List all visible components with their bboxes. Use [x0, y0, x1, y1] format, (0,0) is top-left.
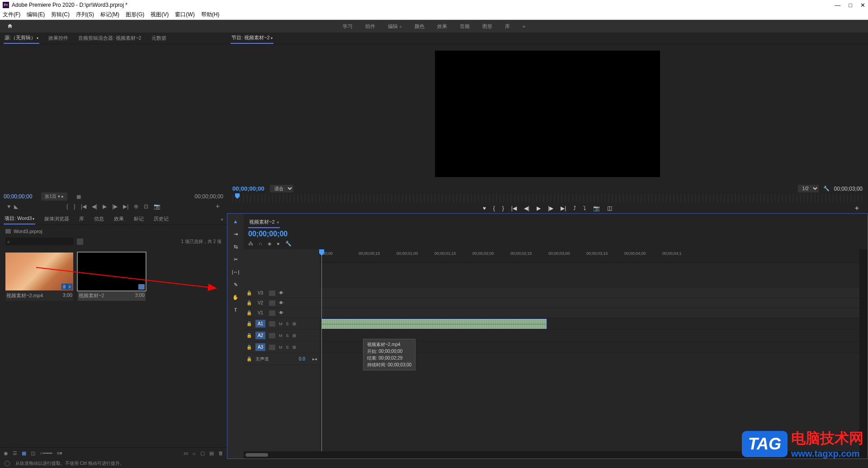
- mark-out-icon[interactable]: }: [502, 205, 504, 211]
- fit-select[interactable]: 适合: [270, 185, 293, 192]
- writable-icon[interactable]: ◉: [4, 450, 8, 456]
- go-out-icon[interactable]: ▶|: [561, 205, 566, 211]
- go-out-icon[interactable]: ▶|: [123, 203, 128, 210]
- new-bin-icon[interactable]: ▢: [200, 450, 205, 456]
- lock-icon[interactable]: 🔒: [246, 310, 252, 315]
- eye-icon[interactable]: 👁: [279, 300, 283, 305]
- filter-icon[interactable]: [77, 239, 83, 245]
- lift-icon[interactable]: ⤴: [573, 205, 576, 211]
- go-in-icon[interactable]: |◀: [81, 203, 86, 210]
- insert-icon[interactable]: ⊕: [134, 203, 138, 210]
- tab-effects[interactable]: 效果: [113, 214, 125, 224]
- lock-icon[interactable]: 🔒: [246, 290, 252, 295]
- tab-markers[interactable]: 标记: [133, 214, 145, 224]
- marker-icon[interactable]: ♥: [7, 203, 10, 210]
- go-in-icon[interactable]: |◀: [511, 205, 517, 211]
- lock-icon[interactable]: 🔒: [246, 356, 252, 361]
- source-tc-left[interactable]: 00;00;00;00: [4, 193, 32, 200]
- toggle-output-icon[interactable]: [269, 300, 275, 306]
- quality-select[interactable]: 1/2: [798, 185, 819, 192]
- lock-icon[interactable]: 🔒: [246, 345, 252, 350]
- solo-button[interactable]: S: [286, 333, 289, 338]
- hand-tool-icon[interactable]: ✋: [231, 293, 240, 301]
- wrench-icon[interactable]: 🔧: [823, 186, 830, 192]
- tab-metadata[interactable]: 元数据: [151, 33, 167, 43]
- menu-file[interactable]: 文件(F): [3, 11, 20, 19]
- source-tc-right[interactable]: 00;00;00;00: [195, 193, 223, 200]
- linked-sel-icon[interactable]: ∩: [259, 241, 262, 247]
- mark-in-icon[interactable]: {: [66, 203, 68, 210]
- track-header-v3[interactable]: 🔒V3👁: [244, 288, 320, 298]
- menu-help[interactable]: 帮助(H): [201, 11, 220, 19]
- mark-out-icon[interactable]: }: [74, 203, 75, 210]
- record-icon[interactable]: [292, 346, 296, 349]
- play-icon[interactable]: ▶: [537, 205, 541, 211]
- add-button-icon[interactable]: +: [216, 202, 220, 211]
- eye-icon[interactable]: 👁: [279, 310, 283, 315]
- tab-source[interactable]: 源:（无剪辑）▾: [4, 33, 39, 44]
- project-item-sequence[interactable]: 视频素材~2 3;00: [78, 253, 146, 301]
- settings-icon[interactable]: ●: [277, 241, 280, 247]
- tab-library[interactable]: 库: [78, 214, 85, 224]
- project-breadcrumb[interactable]: Word3.prproj: [5, 227, 222, 236]
- track-v2[interactable]: [320, 298, 859, 308]
- tab-project[interactable]: 项目: Word3▾: [4, 213, 35, 225]
- home-button[interactable]: [4, 20, 16, 33]
- marker-icon[interactable]: ♥: [483, 205, 486, 211]
- toggle-output-icon[interactable]: [269, 310, 275, 316]
- maximize-button[interactable]: □: [849, 2, 852, 9]
- tab-effect-controls[interactable]: 效果控件: [47, 33, 69, 43]
- compare-icon[interactable]: ◫: [607, 205, 612, 211]
- grid-icon[interactable]: ▦: [76, 194, 81, 200]
- timeline-tracks[interactable]: ;00;00 00;00;00;15 00;00;01;00 00;00;01;…: [320, 249, 859, 451]
- program-viewer[interactable]: [227, 44, 868, 183]
- minimize-button[interactable]: —: [835, 2, 840, 9]
- workspace-learn[interactable]: 学习: [343, 23, 353, 30]
- step-fwd-icon[interactable]: |▶: [548, 205, 553, 211]
- mute-button[interactable]: M: [279, 322, 283, 326]
- program-playhead[interactable]: [235, 193, 240, 199]
- expand-icon[interactable]: ▸◂: [312, 356, 317, 361]
- lock-icon[interactable]: 🔒: [246, 321, 252, 326]
- track-a1[interactable]: [320, 318, 859, 330]
- selection-tool-icon[interactable]: ▲: [231, 217, 240, 225]
- export-frame-icon[interactable]: 📷: [154, 203, 160, 210]
- workspace-graphics[interactable]: 图形: [482, 23, 492, 30]
- zoom-slider[interactable]: ○━━━: [40, 450, 52, 456]
- track-header-v1[interactable]: 🔒V1👁: [244, 308, 320, 318]
- workspace-editing[interactable]: 编辑≡: [388, 23, 402, 30]
- panel-more-icon[interactable]: »: [221, 216, 223, 222]
- icon-view-icon[interactable]: ▦: [22, 450, 26, 456]
- add-button-icon[interactable]: +: [855, 204, 859, 212]
- track-v1[interactable]: [320, 308, 859, 318]
- workspace-assembly[interactable]: 组件: [365, 23, 375, 30]
- list-view-icon[interactable]: ☰: [13, 450, 17, 456]
- track-header-a1[interactable]: 🔒A1MS: [244, 318, 320, 330]
- toggle-output-icon[interactable]: [269, 290, 275, 296]
- menu-clip[interactable]: 剪辑(C): [51, 11, 70, 19]
- project-item-clip[interactable]: ▯♪ 视频素材~2.mp4 3;00: [5, 253, 73, 301]
- slip-tool-icon[interactable]: |↔|: [231, 268, 240, 276]
- program-tc-right[interactable]: 00;00;03;00: [834, 186, 863, 192]
- sort-icon[interactable]: ≡▾: [57, 450, 62, 456]
- mute-button[interactable]: M: [279, 345, 283, 350]
- mute-button[interactable]: M: [279, 333, 283, 338]
- export-frame-icon[interactable]: 📷: [593, 205, 600, 211]
- record-icon[interactable]: [292, 334, 296, 337]
- find-icon[interactable]: ⌕: [193, 450, 196, 456]
- eye-icon[interactable]: 👁: [279, 290, 283, 295]
- track-header-master[interactable]: 🔒主声道0.0▸◂: [244, 353, 320, 365]
- project-search-input[interactable]: [5, 238, 73, 245]
- workspace-color[interactable]: 颜色: [415, 23, 425, 30]
- menu-marker[interactable]: 标记(M): [100, 11, 119, 19]
- menu-window[interactable]: 窗口(W): [175, 11, 194, 19]
- extract-icon[interactable]: ⤵: [583, 205, 586, 211]
- program-ruler[interactable]: [232, 194, 863, 202]
- solo-button[interactable]: S: [286, 345, 289, 350]
- audio-meter[interactable]: [859, 249, 868, 451]
- source-pager[interactable]: 第1页 ▾ ▸: [41, 192, 67, 201]
- wrench-icon[interactable]: 🔧: [285, 241, 292, 247]
- freeform-view-icon[interactable]: ◫: [31, 450, 35, 456]
- master-volume[interactable]: 0.0: [299, 356, 305, 361]
- solo-button[interactable]: S: [286, 322, 289, 326]
